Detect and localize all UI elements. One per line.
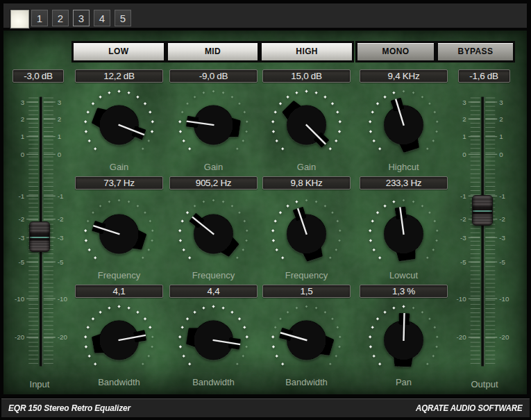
- svg-text:2: 2: [58, 115, 61, 123]
- svg-text:-1: -1: [499, 192, 505, 200]
- svg-text:3: 3: [58, 99, 62, 106]
- svg-text:-2: -2: [18, 215, 24, 223]
- svg-text:-3: -3: [499, 234, 505, 242]
- svg-text:2: 2: [21, 115, 24, 123]
- svg-text:-5: -5: [58, 258, 64, 266]
- svg-text:1: 1: [462, 133, 466, 140]
- svg-text:-5: -5: [18, 258, 24, 266]
- svg-text:0: 0: [499, 151, 503, 158]
- svg-text:-20: -20: [15, 333, 25, 341]
- svg-text:-10: -10: [15, 295, 25, 303]
- svg-text:-20: -20: [457, 333, 467, 341]
- svg-text:-10: -10: [58, 295, 68, 303]
- svg-text:0: 0: [58, 151, 62, 158]
- svg-text:-1: -1: [18, 192, 24, 200]
- svg-text:-3: -3: [460, 234, 466, 242]
- svg-text:-10: -10: [499, 295, 509, 303]
- svg-text:0: 0: [21, 151, 25, 158]
- svg-text:-10: -10: [457, 295, 467, 303]
- svg-text:-3: -3: [58, 234, 64, 242]
- svg-text:1: 1: [58, 133, 61, 140]
- svg-text:2: 2: [499, 115, 503, 123]
- svg-text:-5: -5: [499, 258, 505, 266]
- svg-text:2: 2: [462, 115, 466, 123]
- svg-text:-2: -2: [460, 215, 466, 223]
- svg-text:3: 3: [21, 99, 25, 106]
- svg-text:-20: -20: [499, 333, 509, 341]
- svg-text:1: 1: [499, 133, 503, 140]
- svg-text:-5: -5: [460, 258, 466, 266]
- svg-text:-1: -1: [58, 192, 64, 200]
- svg-text:1: 1: [21, 133, 24, 140]
- svg-text:0: 0: [462, 151, 466, 158]
- svg-text:3: 3: [499, 99, 503, 106]
- svg-text:-3: -3: [18, 234, 24, 242]
- svg-text:-2: -2: [58, 215, 64, 223]
- svg-text:3: 3: [462, 99, 466, 106]
- svg-text:-2: -2: [499, 215, 505, 223]
- svg-text:-1: -1: [460, 192, 466, 200]
- svg-text:-20: -20: [58, 333, 68, 341]
